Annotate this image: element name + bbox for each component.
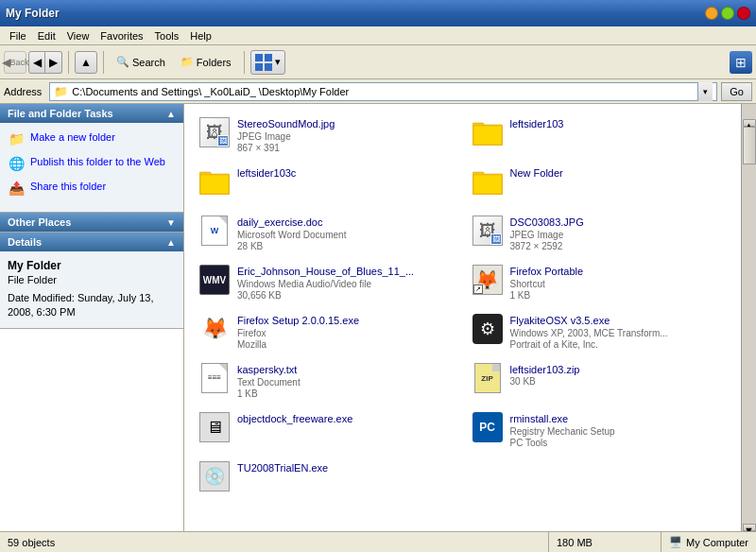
file-size: 28 KB bbox=[237, 241, 457, 251]
file-area: 🖼 🖼 StereoSoundMod.jpgJPEG Image867 × 39… bbox=[184, 104, 756, 531]
file-name: leftsider103.zip bbox=[510, 363, 730, 376]
menu-favorites[interactable]: Favorites bbox=[94, 28, 148, 43]
file-info: Firefox PortableShortcut1 KB bbox=[510, 265, 730, 301]
file-name: FlyakiteOSX v3.5.exe bbox=[510, 314, 730, 327]
maximize-button[interactable] bbox=[721, 7, 734, 20]
file-item[interactable]: 🖼 🖼 DSC03083.JPGJPEG Image3872 × 2592 bbox=[465, 210, 738, 259]
file-item[interactable]: 🖥objectdock_freeware.exe bbox=[192, 406, 465, 456]
task-new-folder[interactable]: 📁 Make a new folder bbox=[8, 130, 176, 147]
scrollbar-track[interactable]: ▲ ▼ bbox=[741, 104, 756, 531]
file-item[interactable]: leftsider103 bbox=[465, 112, 738, 161]
tasks-header-label: File and Folder Tasks bbox=[8, 108, 113, 119]
go-button[interactable]: Go bbox=[721, 82, 752, 101]
toolbar-separator-3 bbox=[244, 51, 245, 74]
file-item[interactable]: 🦊Firefox Setup 2.0.0.15.exeFirefoxMozill… bbox=[192, 308, 465, 357]
status-objects: 59 objects bbox=[8, 537, 548, 548]
minimize-button[interactable] bbox=[705, 7, 718, 20]
file-size: 3872 × 2592 bbox=[510, 241, 730, 251]
file-item[interactable]: leftsider103c bbox=[192, 161, 465, 210]
file-name: leftsider103c bbox=[237, 166, 457, 180]
file-icon: 🦊 bbox=[199, 314, 230, 344]
file-info: rminstall.exeRegistry Mechanic SetupPC T… bbox=[510, 412, 730, 448]
file-name: daily_exercise.doc bbox=[237, 216, 457, 229]
new-folder-icon: 📁 bbox=[8, 130, 25, 147]
file-item[interactable]: 🖼 🖼 StereoSoundMod.jpgJPEG Image867 × 39… bbox=[192, 112, 465, 161]
menu-edit[interactable]: Edit bbox=[32, 28, 61, 43]
scroll-down-arrow[interactable]: ▼ bbox=[743, 524, 756, 531]
file-name: TU2008TrialEN.exe bbox=[237, 461, 457, 474]
back-button[interactable]: ◀ Back bbox=[4, 51, 26, 74]
file-icon: ZIP bbox=[472, 363, 503, 393]
file-item[interactable]: 💿TU2008TrialEN.exe bbox=[192, 456, 465, 505]
other-places-header[interactable]: Other Places ▼ bbox=[0, 213, 183, 232]
file-item[interactable]: PCrminstall.exeRegistry Mechanic SetupPC… bbox=[465, 406, 738, 456]
file-name: Eric_Johnson_House_of_Blues_11_... bbox=[237, 265, 457, 278]
file-size: 30 KB bbox=[510, 376, 730, 387]
file-icon bbox=[199, 166, 230, 197]
window-controls bbox=[705, 7, 750, 20]
address-dropdown[interactable]: ▾ bbox=[697, 82, 713, 101]
title-bar: My Folder bbox=[0, 0, 756, 26]
menu-file[interactable]: File bbox=[4, 28, 32, 43]
windows-logo: ⊞ bbox=[730, 51, 752, 74]
address-input[interactable] bbox=[72, 86, 694, 97]
file-info: TU2008TrialEN.exe bbox=[237, 461, 457, 474]
file-name: Firefox Setup 2.0.0.15.exe bbox=[237, 314, 457, 327]
back-arrow[interactable]: ◀ bbox=[28, 51, 45, 74]
file-size: 1 KB bbox=[510, 290, 730, 301]
window-title: My Folder bbox=[6, 7, 60, 20]
file-type: Windows XP, 2003, MCE Transform... bbox=[510, 327, 730, 339]
tasks-content: 📁 Make a new folder 🌐 Publish this folde… bbox=[0, 123, 183, 212]
file-info: leftsider103.zip30 KB bbox=[510, 363, 730, 387]
details-header-label: Details bbox=[8, 236, 42, 248]
file-icon bbox=[472, 117, 503, 147]
task-share-label: Share this folder bbox=[30, 180, 106, 193]
tasks-header[interactable]: File and Folder Tasks ▲ bbox=[0, 104, 183, 123]
file-item[interactable]: ⚙FlyakiteOSX v3.5.exeWindows XP, 2003, M… bbox=[465, 308, 738, 357]
file-name: Firefox Portable bbox=[510, 265, 730, 278]
address-input-wrap[interactable]: 📁 ▾ bbox=[49, 82, 717, 101]
menu-tools[interactable]: Tools bbox=[149, 28, 185, 43]
details-header[interactable]: Details ▲ bbox=[0, 233, 183, 251]
details-section: Details ▲ My Folder File Folder Date Mod… bbox=[0, 233, 183, 329]
file-size: 1 KB bbox=[237, 388, 457, 399]
menu-help[interactable]: Help bbox=[184, 28, 217, 43]
file-info: DSC03083.JPGJPEG Image3872 × 2592 bbox=[510, 216, 730, 251]
file-item[interactable]: 🦊 ↗ Firefox PortableShortcut1 KB bbox=[465, 259, 738, 308]
folders-button[interactable]: 📁 Folders bbox=[174, 49, 238, 76]
file-name: DSC03083.JPG bbox=[510, 216, 730, 229]
forward-arrow[interactable]: ▶ bbox=[45, 51, 62, 74]
file-item[interactable]: ZIP leftsider103.zip30 KB bbox=[465, 357, 738, 406]
task-publish[interactable]: 🌐 Publish this folder to the Web bbox=[8, 155, 176, 172]
computer-label: My Computer bbox=[686, 537, 748, 548]
search-button[interactable]: 🔍 Search bbox=[110, 49, 172, 76]
file-info: StereoSoundMod.jpgJPEG Image867 × 391 bbox=[237, 117, 457, 153]
toolbar: ◀ Back ◀ ▶ ▲ 🔍 Search 📁 Folders ▾ ⊞ bbox=[0, 45, 756, 79]
file-size: PC Tools bbox=[510, 438, 730, 448]
windows-logo-icon: ⊞ bbox=[735, 55, 747, 70]
file-type: Windows Media Audio/Video file bbox=[237, 278, 457, 290]
menu-view[interactable]: View bbox=[61, 28, 95, 43]
file-size: Portrait of a Kite, Inc. bbox=[510, 339, 730, 350]
file-item[interactable]: New Folder bbox=[465, 161, 738, 210]
up-button[interactable]: ▲ bbox=[75, 51, 97, 74]
address-folder-icon: 📁 bbox=[54, 85, 68, 98]
file-item[interactable]: ≡≡≡ kaspersky.txtText Document1 KB bbox=[192, 357, 465, 406]
scrollbar-thumb[interactable] bbox=[743, 127, 756, 164]
task-publish-label: Publish this folder to the Web bbox=[30, 155, 165, 168]
address-bar: Address 📁 ▾ Go bbox=[0, 79, 756, 104]
details-chevron-icon: ▲ bbox=[166, 237, 176, 248]
details-folder-type: File Folder bbox=[8, 274, 176, 285]
file-type: JPEG Image bbox=[510, 229, 730, 241]
file-size: 30,656 KB bbox=[237, 290, 457, 301]
share-icon: 📤 bbox=[8, 180, 25, 197]
task-share[interactable]: 📤 Share this folder bbox=[8, 180, 176, 197]
search-label: Search bbox=[132, 57, 165, 68]
file-item[interactable]: WMVEric_Johnson_House_of_Blues_11_...Win… bbox=[192, 259, 465, 308]
file-type: Text Document bbox=[237, 376, 457, 388]
other-places-section: Other Places ▼ bbox=[0, 213, 183, 233]
file-item[interactable]: W daily_exercise.docMicrosoft Word Docum… bbox=[192, 210, 465, 259]
scroll-up-arrow[interactable]: ▲ bbox=[743, 119, 756, 127]
view-button[interactable]: ▾ bbox=[250, 50, 285, 75]
close-button[interactable] bbox=[737, 7, 750, 20]
